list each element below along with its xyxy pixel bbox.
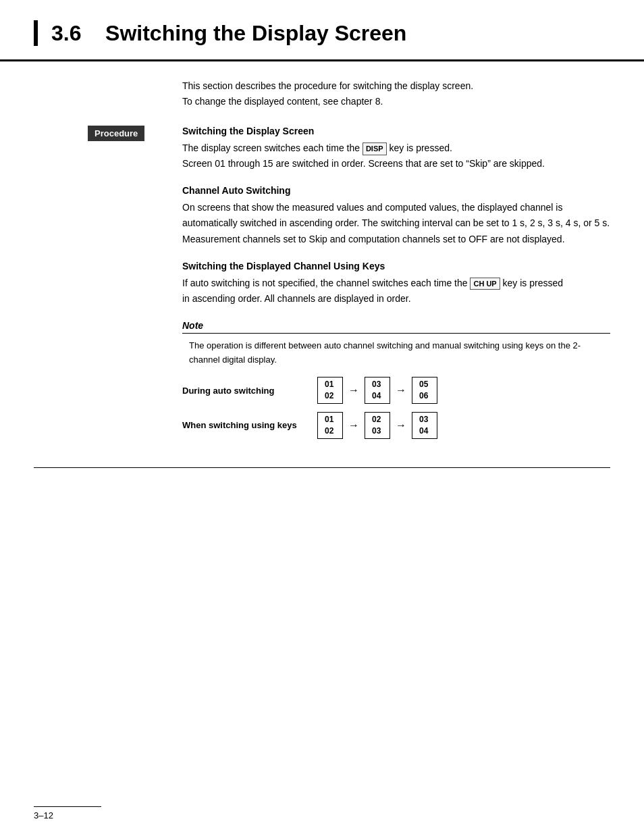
arrow-1: → [348,384,359,396]
subsection-title-1: Switching the Display Screen [182,126,610,136]
subsection-body-3: If auto switching is not specified, the … [182,276,610,307]
page-number: 3–12 [34,810,53,820]
intro-line1: This section describes the procedure for… [182,78,610,93]
intro-paragraph: This section describes the procedure for… [182,78,610,109]
channel-box-auto-3: 0506 [412,377,437,404]
diagram-auto-label: During auto switching [182,386,317,396]
subsection-title-2: Channel Auto Switching [182,185,610,196]
channel-box-key-2: 0203 [365,412,390,439]
subsection-channel-auto: Channel Auto Switching On screens that s… [182,185,610,246]
subsection-body-1: The display screen switches each time th… [182,140,610,172]
subsection-switching-keys: Switching the Displayed Channel Using Ke… [182,261,610,307]
body-text-2a: On screens that show the measured values… [182,202,610,228]
channel-box-key-1: 0102 [317,412,343,439]
body-text-3c: in ascending order. All channels are dis… [182,293,411,304]
main-content: This section describes the procedure for… [0,78,644,446]
note-section: Note The operation is different between … [182,320,610,367]
chup-key: CH UP [470,278,500,290]
body-text-2b: Measurement channels set to Skip and com… [182,234,565,244]
channel-box-key-3: 0304 [412,412,437,439]
page-footer: 3–12 [34,806,101,820]
disp-key: DISP [363,142,387,155]
diagram-key-label: When switching using keys [182,420,317,430]
procedure-badge-column: Procedure [88,126,182,446]
subsection-body-2: On screens that show the measured values… [182,200,610,246]
diagram-key-boxes: 0102 → 0203 → 0304 [317,412,437,439]
diagram-key-switching: When switching using keys 0102 → 0203 → … [182,412,610,439]
bottom-rule [34,467,610,468]
body-text-1a: The display screen switches each time th… [182,142,363,153]
procedure-section: Procedure Switching the Display Screen T… [182,126,610,446]
section-title: Switching the Display Screen [105,21,406,45]
accent-bar [34,20,38,46]
subsection-switching-display: Switching the Display Screen The display… [182,126,610,172]
subsection-title-3: Switching the Displayed Channel Using Ke… [182,261,610,271]
section-number: 3.6 [51,21,81,45]
body-text-3b: key is pressed [500,278,563,288]
procedure-badge: Procedure [88,126,144,141]
diagram-auto-switching: During auto switching 0102 → 0304 → 0506 [182,377,610,404]
body-text-1b: key is pressed. [387,142,452,153]
page-title: 3.6 Switching the Display Screen [51,20,406,46]
arrow-3: → [348,419,359,432]
page-header: 3.6 Switching the Display Screen [0,0,644,61]
note-header: Note [182,320,610,334]
note-body: The operation is different between auto … [182,339,610,367]
intro-line2: To change the displayed content, see cha… [182,94,610,109]
channel-box-auto-2: 0304 [365,377,390,404]
body-text-3a: If auto switching is not specified, the … [182,278,470,288]
page-container: 3.6 Switching the Display Screen This se… [0,0,644,834]
diagram-section: During auto switching 0102 → 0304 → 0506… [182,377,610,438]
diagram-auto-boxes: 0102 → 0304 → 0506 [317,377,437,404]
body-text-1c: Screen 01 through 15 are switched in ord… [182,158,545,169]
procedure-content: Switching the Display Screen The display… [182,126,610,446]
arrow-2: → [396,384,406,396]
channel-box-auto-1: 0102 [317,377,343,404]
arrow-4: → [396,419,406,432]
